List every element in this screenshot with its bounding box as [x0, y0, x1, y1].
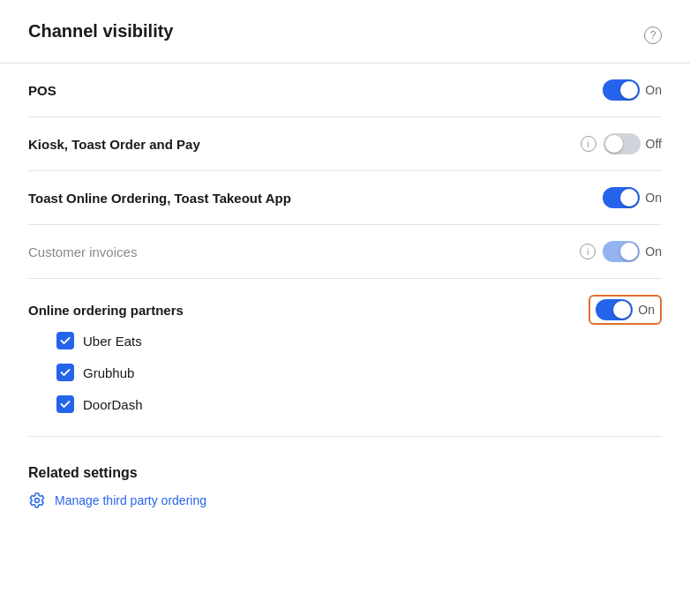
row-toast-online: Toast Online Ordering, Toast Takeout App…	[28, 171, 662, 225]
toast-online-toggle-wrapper: On	[603, 187, 662, 208]
manage-third-party-link[interactable]: Manage third party ordering	[28, 492, 662, 509]
customer-invoices-info-icon[interactable]: i	[580, 244, 596, 259]
kiosk-toggle[interactable]	[604, 133, 641, 154]
checkmark-icon	[60, 367, 71, 378]
kiosk-toggle-group: i Off	[581, 133, 662, 154]
list-item: DoorDash	[28, 388, 662, 420]
row-customer-invoices: Customer invoices i On	[28, 225, 662, 279]
list-item: Grubhub	[28, 357, 662, 388]
customer-invoices-toggle[interactable]	[603, 241, 640, 262]
gear-icon	[28, 492, 46, 509]
doordash-checkbox[interactable]	[56, 395, 74, 413]
toast-online-toggle[interactable]	[603, 187, 640, 208]
manage-third-party-label: Manage third party ordering	[55, 493, 206, 507]
online-ordering-partners-toggle-group: On	[589, 295, 662, 325]
checkmark-icon	[60, 335, 71, 346]
toast-online-toggle-knob	[620, 189, 638, 207]
toast-online-toggle-group: On	[603, 187, 662, 208]
kiosk-info-icon[interactable]: i	[581, 136, 596, 152]
help-icon[interactable]: ?	[644, 26, 662, 44]
pos-toggle-wrapper: On	[603, 79, 662, 101]
partners-highlighted-wrapper: On	[589, 295, 662, 325]
pos-toggle-label: On	[645, 83, 662, 97]
kiosk-toggle-label: Off	[646, 137, 662, 151]
online-ordering-partners-label: Online ordering partners	[28, 303, 184, 318]
customer-invoices-toggle-label: On	[645, 244, 662, 259]
toast-online-label: Toast Online Ordering, Toast Takeout App	[28, 191, 291, 206]
customer-invoices-toggle-group: i On	[580, 241, 662, 262]
kiosk-toggle-wrapper: Off	[604, 133, 662, 154]
related-settings-title: Related settings	[28, 465, 662, 481]
row-online-ordering-partners: Online ordering partners On Uber Eats	[28, 279, 662, 437]
kiosk-label: Kiosk, Toast Order and Pay	[28, 137, 200, 152]
list-item: Uber Eats	[28, 325, 662, 357]
row-kiosk: Kiosk, Toast Order and Pay i Off	[28, 117, 662, 171]
customer-invoices-toggle-knob	[620, 243, 638, 260]
customer-invoices-label: Customer invoices	[28, 244, 137, 259]
online-ordering-partners-toggle-knob	[613, 301, 631, 319]
channel-visibility-header: Channel visibility ?	[28, 21, 662, 63]
kiosk-toggle-knob	[605, 135, 623, 153]
partners-list: Uber Eats Grubhub DoorDash	[28, 325, 662, 420]
customer-invoices-toggle-wrapper: On	[603, 241, 662, 262]
grubhub-label: Grubhub	[83, 365, 134, 380]
doordash-label: DoorDash	[83, 397, 143, 412]
row-pos: POS On	[28, 64, 662, 117]
pos-toggle-knob	[620, 81, 638, 99]
gear-svg	[29, 492, 45, 508]
pos-toggle-group: On	[603, 79, 662, 101]
uber-eats-checkbox[interactable]	[56, 332, 74, 349]
pos-toggle[interactable]	[603, 79, 640, 101]
pos-label: POS	[28, 83, 56, 98]
related-settings-section: Related settings Manage third party orde…	[28, 458, 662, 509]
online-ordering-partners-toggle[interactable]	[596, 299, 633, 320]
online-ordering-partners-toggle-label: On	[638, 303, 655, 317]
uber-eats-label: Uber Eats	[83, 334, 142, 349]
checkmark-icon	[60, 399, 71, 409]
grubhub-checkbox[interactable]	[56, 364, 74, 381]
page-title: Channel visibility	[28, 21, 173, 41]
toast-online-toggle-label: On	[645, 191, 662, 205]
